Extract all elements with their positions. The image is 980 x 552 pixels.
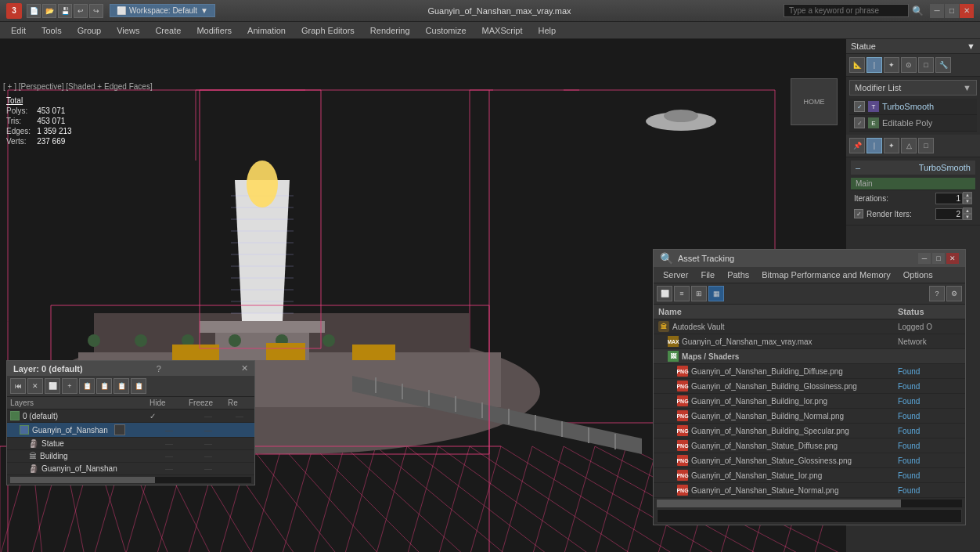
asset-scrollbar[interactable]	[657, 500, 962, 507]
minimize-button[interactable]: ─	[930, 4, 944, 18]
layer-settings-btn[interactable]: 📋	[131, 378, 146, 394]
asset-tracking-panel: 🔍 Asset Tracking ─ □ ✕ Server File Paths…	[653, 249, 966, 525]
iterations-up[interactable]: ▲	[963, 192, 972, 198]
vert-icon[interactable]: |	[867, 138, 882, 153]
layer-row-default[interactable]: 0 (default) ✓ — —	[7, 409, 254, 423]
modifier-enable-checkbox[interactable]: ✓	[854, 101, 865, 112]
asset-menu-paths[interactable]: Paths	[721, 269, 755, 281]
redo-btn[interactable]: ↪	[89, 4, 103, 18]
asset-row-png-4[interactable]: PNG Guanyin_of_Nanshan_Building_Normal.p…	[654, 409, 965, 424]
render-iters-input[interactable]	[935, 208, 963, 220]
asset-row-png-9[interactable]: PNG Guanyin_of_Nanshan_Statue_Normal.png…	[654, 483, 965, 498]
menu-modifiers[interactable]: Modifiers	[189, 24, 240, 37]
pin-icon[interactable]: 📌	[849, 138, 865, 153]
layer-add-btn[interactable]: +	[62, 378, 77, 394]
close-button[interactable]: ✕	[960, 4, 974, 18]
search-icon[interactable]: 🔍	[912, 5, 924, 16]
editable-poly-modifier[interactable]: ✓ E Editable Poly	[849, 115, 977, 132]
navigation-cube[interactable]: HOME	[791, 78, 838, 125]
layer-move-btn[interactable]: 📋	[113, 378, 129, 394]
search-input[interactable]	[784, 4, 909, 17]
menu-edit[interactable]: Edit	[3, 24, 34, 37]
layer-row-guanyin[interactable]: Guanyin_of_Nanshan — —	[7, 423, 254, 438]
asset-row-png-2[interactable]: PNG Guanyin_of_Nanshan_Building_Glossine…	[654, 379, 965, 394]
asset-menu-file[interactable]: File	[694, 269, 721, 281]
menu-views[interactable]: Views	[109, 24, 147, 37]
render-iters-checkbox[interactable]: ✓	[854, 209, 863, 218]
edge-icon[interactable]: ✦	[884, 138, 899, 153]
asset-menu-bitmap[interactable]: Bitmap Performance and Memory	[755, 269, 896, 281]
modify-icon[interactable]: |	[867, 57, 882, 73]
asset-view-btn-1[interactable]: ⬜	[657, 286, 672, 301]
menu-create[interactable]: Create	[147, 24, 189, 37]
asset-row-png-1[interactable]: PNG Guanyin_of_Nanshan_Building_Diffuse.…	[654, 364, 965, 379]
asset-row-png-6[interactable]: PNG Guanyin_of_Nanshan_Statue_Diffuse.pn…	[654, 438, 965, 453]
display-tab-icon[interactable]: □	[918, 57, 934, 73]
menu-maxscript[interactable]: MAXScript	[474, 24, 531, 37]
object-name: Statue	[851, 41, 876, 51]
render-iters-down[interactable]: ▼	[963, 214, 972, 220]
modifier-enable-checkbox-2[interactable]: ✓	[854, 117, 865, 128]
asset-minimize-btn[interactable]: ─	[918, 253, 931, 264]
hierarchy-icon[interactable]: ✦	[884, 57, 899, 73]
layer-delete-btn[interactable]: ✕	[27, 378, 43, 394]
asset-view-btn-4[interactable]: ▦	[708, 286, 724, 301]
asset-close-btn[interactable]: ✕	[946, 253, 959, 264]
layer-row-statue[interactable]: 🗿 Statue — —	[7, 438, 254, 450]
utilities-icon[interactable]: 🔧	[935, 57, 951, 73]
layer-row-guanyin2[interactable]: 🗿 Guanyin_of_Nanshan — —	[7, 463, 254, 475]
asset-row-png-8[interactable]: PNG Guanyin_of_Nanshan_Statue_Ior.png Fo…	[654, 468, 965, 483]
modifier-list-dropdown-icon[interactable]: ▼	[963, 83, 971, 92]
layer-scrollbar[interactable]	[10, 477, 251, 483]
new-btn[interactable]: 📄	[27, 4, 41, 18]
asset-settings-btn[interactable]: ⚙	[946, 286, 962, 301]
asset-view-btn-3[interactable]: ⊞	[691, 286, 707, 301]
render-iters-spinner[interactable]: ▲ ▼	[963, 207, 972, 220]
undo-btn[interactable]: ↩	[74, 4, 88, 18]
menu-animation[interactable]: Animation	[240, 24, 294, 37]
layer-panel-close[interactable]: ✕	[241, 363, 248, 373]
turbosmooth-collapse-icon[interactable]: –	[856, 163, 860, 172]
asset-row-maps[interactable]: 🖼 Maps / Shaders	[654, 349, 965, 364]
asset-maximize-btn[interactable]: □	[932, 253, 945, 264]
open-btn[interactable]: 📂	[42, 4, 56, 18]
menu-rendering[interactable]: Rendering	[362, 24, 418, 37]
asset-row-png-5[interactable]: PNG Guanyin_of_Nanshan_Building_Specular…	[654, 424, 965, 438]
motion-icon[interactable]: ⊙	[901, 57, 917, 73]
render-iters-row: ✓ Render Iters: ▲ ▼	[851, 206, 975, 222]
layer-help-btn[interactable]: ?	[157, 364, 161, 373]
iterations-input[interactable]	[935, 193, 963, 204]
display-icon[interactable]: 📐	[849, 57, 865, 73]
layer-row-building[interactable]: 🏛 Building — —	[7, 450, 254, 463]
layer-panel-title: Layer: 0 (default) ? ✕	[7, 361, 254, 376]
layer-box-btn[interactable]: ⬜	[45, 378, 60, 394]
asset-row-png-3[interactable]: PNG Guanyin_of_Nanshan_Building_Ior.png …	[654, 394, 965, 409]
maximize-button[interactable]: □	[945, 4, 959, 18]
asset-path-input[interactable]	[657, 509, 962, 523]
asset-view-btn-2[interactable]: ≡	[674, 286, 690, 301]
asset-menu-server[interactable]: Server	[657, 269, 694, 281]
asset-menu-options[interactable]: Options	[897, 269, 939, 281]
iterations-down[interactable]: ▼	[963, 198, 972, 204]
layer-checkbox[interactable]	[114, 424, 125, 435]
layer-paste-btn[interactable]: 📋	[96, 378, 112, 394]
workspace-dropdown[interactable]: ⬜ Workspace: Default ▼	[110, 4, 215, 17]
asset-row-png-7[interactable]: PNG Guanyin_of_Nanshan_Statue_Glossiness…	[654, 453, 965, 468]
asset-row-vault[interactable]: 🏛 Autodesk Vault Logged O	[654, 319, 965, 334]
asset-help-btn[interactable]: ?	[929, 286, 945, 301]
menu-tools[interactable]: Tools	[34, 24, 70, 37]
iterations-spinner[interactable]: ▲ ▼	[963, 192, 972, 204]
save-btn[interactable]: 💾	[58, 4, 72, 18]
asset-row-max[interactable]: MAX Guanyin_of_Nanshan_max_vray.max Netw…	[654, 334, 965, 349]
render-iters-up[interactable]: ▲	[963, 207, 972, 214]
menu-graph-editors[interactable]: Graph Editors	[294, 24, 362, 37]
menu-help[interactable]: Help	[531, 24, 564, 37]
turbosmooth-modifier[interactable]: ✓ T TurboSmooth	[849, 99, 977, 115]
layer-select-btn[interactable]: ⏮	[10, 378, 26, 394]
menu-group[interactable]: Group	[70, 24, 110, 37]
obj-icon[interactable]: □	[918, 138, 934, 153]
layer-copy-btn[interactable]: 📋	[79, 378, 95, 394]
face-icon[interactable]: △	[901, 138, 917, 153]
panel-options-icon[interactable]: ▼	[967, 41, 975, 51]
menu-customize[interactable]: Customize	[418, 24, 474, 37]
